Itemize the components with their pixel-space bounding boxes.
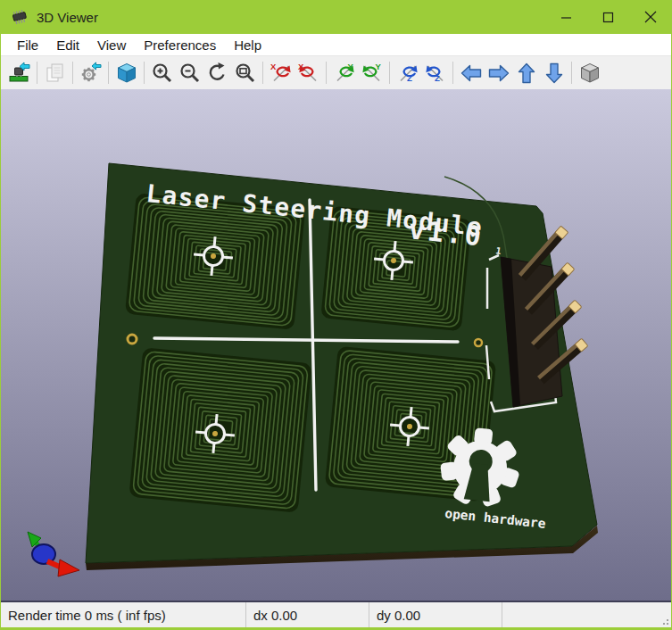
zoom-in-button[interactable] (148, 59, 176, 87)
svg-text:Y: Y (347, 61, 353, 70)
toolbar-separator (389, 62, 390, 84)
titlebar: 3D Viewer (1, 0, 671, 34)
menu-preferences[interactable]: Preferences (135, 36, 225, 54)
toolbar-separator (262, 62, 263, 84)
zoom-in-icon (151, 62, 174, 85)
view-cube-icon (115, 62, 138, 85)
orthographic-view-icon (578, 62, 601, 85)
status-dx: dx 0.00 (246, 602, 369, 627)
svg-text:Z: Z (407, 73, 412, 83)
zoom-fit-icon (234, 62, 257, 85)
rotate-z-ccw-button[interactable]: Z (394, 59, 421, 87)
svg-text:Y: Y (375, 61, 381, 70)
menu-help[interactable]: Help (225, 36, 270, 54)
viewport-3d[interactable]: Laser Steering Module v1.0 open hardware… (1, 89, 671, 602)
status-dy: dy 0.00 (369, 602, 502, 627)
gold-pad-right (475, 339, 482, 346)
close-icon (644, 11, 657, 23)
toolbar-separator (108, 62, 109, 84)
render-options-icon (79, 62, 103, 85)
move-down-icon (543, 62, 566, 85)
minimize-icon (560, 12, 572, 23)
move-left-icon (460, 62, 483, 85)
gold-pad-left (128, 335, 137, 344)
menu-file[interactable]: File (8, 36, 47, 54)
zoom-fit-button[interactable] (231, 59, 259, 87)
toolbar-separator (571, 62, 572, 84)
move-right-icon (487, 62, 510, 85)
move-up-button[interactable] (512, 59, 540, 87)
move-down-button[interactable] (540, 59, 568, 87)
svg-text:X: X (270, 62, 277, 71)
rotate-x-cw-button[interactable]: X (295, 59, 322, 87)
rotate-x-cw-icon: X (297, 62, 320, 85)
copy-image-icon (44, 62, 67, 85)
3d-viewer-window: 3D Viewer File Edit View Preferences Hel… (0, 0, 672, 630)
view-cube-button[interactable] (112, 59, 140, 87)
rotate-y-ccw-icon: Y (333, 62, 356, 85)
maximize-icon (602, 12, 614, 23)
resize-grip[interactable] (660, 617, 669, 626)
statusbar: Render time 0 ms ( inf fps) dx 0.00 dy 0… (1, 602, 671, 627)
svg-text:X: X (298, 62, 304, 71)
toolbar-separator (326, 62, 327, 84)
rotate-y-ccw-button[interactable]: Y (330, 59, 358, 87)
maximize-button[interactable] (587, 0, 629, 34)
toolbar-separator (452, 62, 453, 84)
reload-board-icon (8, 62, 31, 85)
copy-image-button[interactable] (41, 59, 69, 87)
menu-edit[interactable]: Edit (47, 36, 88, 54)
redraw-icon (206, 62, 229, 85)
toolbar-separator (144, 62, 145, 84)
minimize-button[interactable] (545, 0, 587, 34)
window-title: 3D Viewer (37, 10, 98, 25)
rotate-y-cw-icon: Y (361, 62, 384, 85)
rotate-z-ccw-icon: Z (396, 62, 419, 85)
move-left-button[interactable] (457, 59, 485, 87)
menubar: File Edit View Preferences Help (1, 34, 671, 55)
chip-icon (11, 10, 29, 24)
svg-text:Z: Z (435, 73, 440, 83)
rotate-x-ccw-button[interactable]: X (267, 59, 295, 87)
toolbar: X X Y Y Z Z (1, 55, 671, 89)
orthographic-view-button[interactable] (576, 59, 603, 87)
redraw-button[interactable] (203, 59, 231, 87)
zoom-out-icon (178, 62, 202, 85)
status-extra (502, 602, 671, 627)
rotate-x-ccw-icon: X (270, 62, 293, 85)
move-right-button[interactable] (485, 59, 512, 87)
toolbar-separator (72, 62, 73, 84)
rotate-z-cw-button[interactable]: Z (421, 59, 449, 87)
zoom-out-button[interactable] (176, 59, 203, 87)
status-render-time: Render time 0 ms ( inf fps) (1, 602, 246, 627)
rotate-y-cw-button[interactable]: Y (358, 59, 386, 87)
move-up-icon (515, 62, 538, 85)
rotate-z-cw-icon: Z (424, 62, 447, 85)
toolbar-separator (37, 62, 37, 84)
close-button[interactable] (629, 0, 671, 34)
menu-view[interactable]: View (88, 36, 135, 54)
render-options-button[interactable] (77, 59, 104, 87)
reload-board-button[interactable] (5, 59, 33, 87)
